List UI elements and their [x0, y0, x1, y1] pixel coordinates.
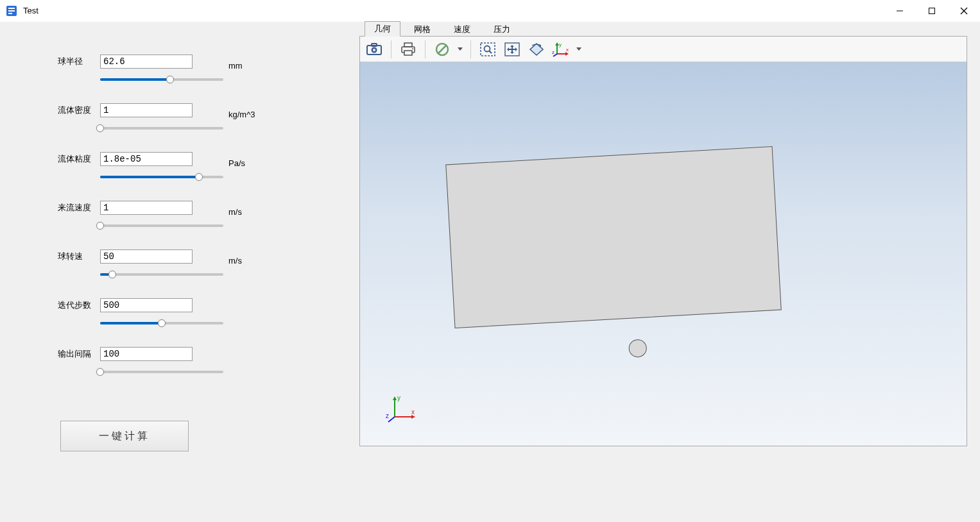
param-row: 迭代步数 [58, 298, 340, 313]
param-unit: Pa/s [228, 158, 245, 168]
no-sign-icon[interactable] [431, 38, 454, 60]
axis-x-label: x [411, 408, 415, 416]
param-input[interactable] [100, 152, 193, 166]
param-slider[interactable] [58, 73, 340, 86]
param-input[interactable] [100, 298, 193, 312]
param-label: 球转速 [58, 251, 98, 262]
orientation-triad: y x z [386, 391, 418, 425]
param-row: 来流速度m/s [58, 200, 340, 215]
param-row: 球半径mm [58, 54, 340, 69]
parameters-panel: 球半径mm流体密度kg/m^3流体粘度Pa/s来流速度m/s球转速m/s迭代步数… [0, 22, 359, 522]
param-unit: kg/m^3 [228, 110, 255, 119]
geometry-viewport[interactable]: y x z [360, 62, 967, 446]
svg-point-11 [373, 48, 375, 51]
maximize-button[interactable] [916, 0, 948, 21]
svg-line-36 [388, 417, 395, 422]
axes-triad-icon[interactable]: y x z [549, 38, 572, 60]
axis-y-label: y [397, 394, 400, 401]
svg-text:x: x [566, 47, 569, 53]
tab-3[interactable]: 压力 [484, 22, 520, 37]
param-label: 迭代步数 [58, 299, 98, 311]
tab-1[interactable]: 网格 [404, 22, 440, 37]
viewer-panel: 几何网格速度压力 [359, 22, 980, 522]
svg-rect-3 [8, 13, 12, 14]
param-input[interactable] [100, 347, 193, 361]
param-label: 球半径 [58, 56, 98, 67]
minimize-button[interactable] [884, 0, 916, 21]
param-slider[interactable] [58, 366, 340, 378]
param-input[interactable] [100, 55, 193, 69]
param-input[interactable] [100, 201, 193, 215]
tab-2[interactable]: 速度 [444, 22, 480, 37]
svg-rect-18 [481, 43, 495, 56]
print-icon[interactable] [397, 38, 420, 60]
param-slider[interactable] [58, 122, 340, 135]
param-label: 输出间隔 [58, 348, 98, 360]
svg-rect-5 [929, 8, 935, 13]
pan-arrows-icon[interactable] [501, 38, 524, 60]
svg-point-15 [412, 48, 413, 49]
no-sign-dropdown[interactable] [455, 38, 465, 60]
zoom-box-icon[interactable] [476, 38, 499, 60]
rotate-view-icon[interactable] [525, 38, 548, 60]
param-label: 来流速度 [58, 202, 98, 214]
param-input[interactable] [100, 249, 193, 264]
svg-rect-12 [404, 43, 412, 47]
viewer-toolbar: y x z [360, 37, 967, 62]
param-row: 流体密度kg/m^3 [58, 103, 340, 118]
param-unit: m/s [228, 207, 242, 217]
viewer-frame: y x z [359, 36, 967, 446]
param-slider[interactable] [58, 171, 340, 183]
svg-rect-2 [8, 10, 15, 12]
sphere-outline [628, 339, 648, 358]
title-bar: Test [0, 0, 980, 22]
domain-rectangle [445, 146, 781, 328]
param-unit: m/s [228, 256, 242, 265]
param-label: 流体粘度 [58, 153, 98, 165]
param-slider[interactable] [58, 219, 340, 232]
app-icon [5, 4, 18, 17]
param-row: 球转速m/s [58, 249, 340, 264]
param-unit: mm [228, 61, 243, 71]
param-label: 流体密度 [58, 105, 98, 116]
axis-z-label: z [386, 412, 389, 419]
svg-marker-33 [393, 396, 397, 400]
tab-0[interactable]: 几何 [365, 21, 400, 37]
param-input[interactable] [100, 103, 193, 117]
svg-line-17 [438, 46, 446, 53]
svg-rect-1 [8, 8, 15, 9]
svg-rect-14 [404, 51, 412, 55]
window-title: Test [23, 6, 39, 15]
close-button[interactable] [948, 0, 980, 21]
param-slider[interactable] [58, 317, 340, 330]
tabs-bar: 几何网格速度压力 [359, 22, 967, 36]
param-row: 输出间隔 [58, 346, 340, 362]
calculate-button[interactable]: 一键计算 [60, 421, 189, 451]
camera-icon[interactable] [363, 38, 386, 60]
svg-line-20 [489, 51, 492, 53]
axes-dropdown[interactable] [574, 38, 584, 60]
svg-text:y: y [559, 42, 562, 47]
svg-text:z: z [552, 49, 554, 55]
param-row: 流体粘度Pa/s [58, 151, 340, 167]
param-slider[interactable] [58, 268, 340, 281]
